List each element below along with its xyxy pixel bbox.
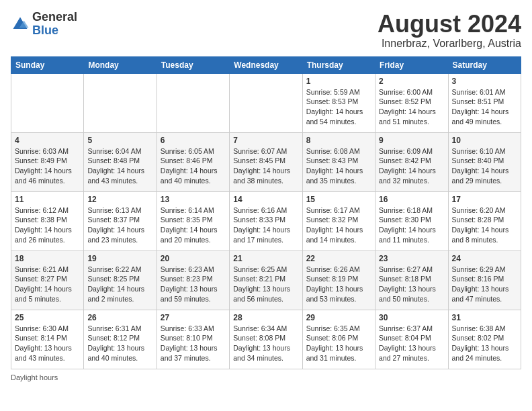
calendar-cell: 20Sunrise: 6:23 AM Sunset: 8:23 PM Dayli…	[157, 250, 229, 310]
calendar-week-row: 18Sunrise: 6:21 AM Sunset: 8:27 PM Dayli…	[11, 250, 521, 310]
calendar-table: SundayMondayTuesdayWednesdayThursdayFrid…	[11, 56, 521, 369]
day-number: 3	[452, 77, 517, 86]
day-number: 25	[15, 313, 80, 322]
calendar-cell: 4Sunrise: 6:03 AM Sunset: 8:49 PM Daylig…	[11, 132, 84, 191]
calendar-cell: 9Sunrise: 6:09 AM Sunset: 8:42 PM Daylig…	[375, 132, 448, 191]
day-number: 7	[233, 136, 298, 145]
calendar-week-row: 25Sunrise: 6:30 AM Sunset: 8:14 PM Dayli…	[11, 310, 521, 369]
day-info: Sunrise: 6:01 AM Sunset: 8:51 PM Dayligh…	[452, 87, 517, 127]
calendar-cell: 26Sunrise: 6:31 AM Sunset: 8:12 PM Dayli…	[84, 310, 157, 369]
day-number: 8	[306, 136, 371, 145]
day-info: Sunrise: 6:13 AM Sunset: 8:37 PM Dayligh…	[87, 205, 152, 245]
calendar-cell: 1Sunrise: 5:59 AM Sunset: 8:53 PM Daylig…	[302, 73, 375, 132]
day-info: Sunrise: 6:34 AM Sunset: 8:08 PM Dayligh…	[233, 324, 298, 363]
day-info: Sunrise: 6:03 AM Sunset: 8:49 PM Dayligh…	[15, 146, 80, 186]
calendar-day-header: Tuesday	[157, 56, 229, 73]
calendar-cell: 2Sunrise: 6:00 AM Sunset: 8:52 PM Daylig…	[375, 73, 448, 132]
day-number: 2	[379, 77, 444, 86]
day-number: 30	[379, 313, 444, 322]
calendar-cell: 5Sunrise: 6:04 AM Sunset: 8:48 PM Daylig…	[84, 132, 157, 191]
calendar-week-row: 11Sunrise: 6:12 AM Sunset: 8:38 PM Dayli…	[11, 191, 521, 250]
header: General Blue August 2024 Innerbraz, Vora…	[11, 11, 521, 50]
calendar-cell	[157, 73, 229, 132]
day-info: Sunrise: 6:05 AM Sunset: 8:46 PM Dayligh…	[161, 146, 226, 186]
calendar-cell	[230, 73, 302, 132]
footer-note: Daylight hours	[11, 373, 521, 381]
day-number: 19	[87, 254, 152, 263]
logo-blue-text: Blue	[32, 24, 58, 37]
day-info: Sunrise: 6:35 AM Sunset: 8:06 PM Dayligh…	[306, 324, 371, 363]
day-info: Sunrise: 6:10 AM Sunset: 8:40 PM Dayligh…	[452, 146, 517, 186]
day-number: 31	[452, 313, 517, 322]
day-info: Sunrise: 6:04 AM Sunset: 8:48 PM Dayligh…	[87, 146, 152, 186]
day-info: Sunrise: 6:38 AM Sunset: 8:02 PM Dayligh…	[452, 324, 517, 363]
day-info: Sunrise: 6:27 AM Sunset: 8:18 PM Dayligh…	[379, 265, 444, 304]
day-info: Sunrise: 6:33 AM Sunset: 8:10 PM Dayligh…	[161, 324, 226, 363]
day-number: 14	[233, 195, 298, 204]
calendar-week-row: 1Sunrise: 5:59 AM Sunset: 8:53 PM Daylig…	[11, 73, 521, 132]
day-number: 13	[161, 195, 226, 204]
calendar-cell: 16Sunrise: 6:18 AM Sunset: 8:30 PM Dayli…	[375, 191, 448, 250]
day-info: Sunrise: 6:08 AM Sunset: 8:43 PM Dayligh…	[306, 146, 371, 186]
calendar-cell: 7Sunrise: 6:07 AM Sunset: 8:45 PM Daylig…	[230, 132, 302, 191]
day-info: Sunrise: 6:31 AM Sunset: 8:12 PM Dayligh…	[87, 324, 152, 363]
day-info: Sunrise: 6:25 AM Sunset: 8:21 PM Dayligh…	[233, 265, 298, 304]
day-info: Sunrise: 6:17 AM Sunset: 8:32 PM Dayligh…	[306, 205, 371, 245]
calendar-cell: 31Sunrise: 6:38 AM Sunset: 8:02 PM Dayli…	[448, 310, 521, 369]
calendar-cell: 24Sunrise: 6:29 AM Sunset: 8:16 PM Dayli…	[448, 250, 521, 310]
day-info: Sunrise: 6:22 AM Sunset: 8:25 PM Dayligh…	[87, 265, 152, 304]
day-number: 4	[15, 136, 80, 145]
calendar-cell: 21Sunrise: 6:25 AM Sunset: 8:21 PM Dayli…	[230, 250, 302, 310]
logo: General Blue	[11, 11, 77, 38]
calendar-cell: 14Sunrise: 6:16 AM Sunset: 8:33 PM Dayli…	[230, 191, 302, 250]
day-number: 17	[452, 195, 517, 204]
calendar-day-header: Monday	[84, 56, 157, 73]
calendar-cell: 19Sunrise: 6:22 AM Sunset: 8:25 PM Dayli…	[84, 250, 157, 310]
day-number: 12	[87, 195, 152, 204]
day-number: 9	[379, 136, 444, 145]
calendar-cell: 18Sunrise: 6:21 AM Sunset: 8:27 PM Dayli…	[11, 250, 84, 310]
calendar-cell: 27Sunrise: 6:33 AM Sunset: 8:10 PM Dayli…	[157, 310, 229, 369]
day-number: 15	[306, 195, 371, 204]
calendar-cell: 28Sunrise: 6:34 AM Sunset: 8:08 PM Dayli…	[230, 310, 302, 369]
day-number: 26	[87, 313, 152, 322]
title-block: August 2024 Innerbraz, Vorarlberg, Austr…	[378, 11, 521, 50]
calendar-cell: 11Sunrise: 6:12 AM Sunset: 8:38 PM Dayli…	[11, 191, 84, 250]
day-number: 1	[306, 77, 371, 86]
month-year: August 2024	[378, 11, 521, 38]
day-number: 16	[379, 195, 444, 204]
calendar-cell: 17Sunrise: 6:20 AM Sunset: 8:28 PM Dayli…	[448, 191, 521, 250]
day-number: 24	[452, 254, 517, 263]
day-info: Sunrise: 6:30 AM Sunset: 8:14 PM Dayligh…	[15, 324, 80, 363]
day-number: 11	[15, 195, 80, 204]
calendar-cell: 12Sunrise: 6:13 AM Sunset: 8:37 PM Dayli…	[84, 191, 157, 250]
day-number: 22	[306, 254, 371, 263]
day-number: 21	[233, 254, 298, 263]
day-number: 5	[87, 136, 152, 145]
calendar-cell: 23Sunrise: 6:27 AM Sunset: 8:18 PM Dayli…	[375, 250, 448, 310]
day-number: 28	[233, 313, 298, 322]
day-info: Sunrise: 6:00 AM Sunset: 8:52 PM Dayligh…	[379, 87, 444, 127]
day-info: Sunrise: 6:14 AM Sunset: 8:35 PM Dayligh…	[161, 205, 226, 245]
day-number: 23	[379, 254, 444, 263]
day-info: Sunrise: 5:59 AM Sunset: 8:53 PM Dayligh…	[306, 87, 371, 127]
day-number: 27	[161, 313, 226, 322]
calendar-header-row: SundayMondayTuesdayWednesdayThursdayFrid…	[11, 56, 521, 73]
day-info: Sunrise: 6:07 AM Sunset: 8:45 PM Dayligh…	[233, 146, 298, 186]
calendar-day-header: Wednesday	[230, 56, 302, 73]
calendar-cell: 30Sunrise: 6:37 AM Sunset: 8:04 PM Dayli…	[375, 310, 448, 369]
day-info: Sunrise: 6:23 AM Sunset: 8:23 PM Dayligh…	[161, 265, 226, 304]
day-number: 29	[306, 313, 371, 322]
day-info: Sunrise: 6:12 AM Sunset: 8:38 PM Dayligh…	[15, 205, 80, 245]
calendar-cell: 25Sunrise: 6:30 AM Sunset: 8:14 PM Dayli…	[11, 310, 84, 369]
calendar-cell: 8Sunrise: 6:08 AM Sunset: 8:43 PM Daylig…	[302, 132, 375, 191]
day-info: Sunrise: 6:29 AM Sunset: 8:16 PM Dayligh…	[452, 265, 517, 304]
day-info: Sunrise: 6:16 AM Sunset: 8:33 PM Dayligh…	[233, 205, 298, 245]
day-info: Sunrise: 6:09 AM Sunset: 8:42 PM Dayligh…	[379, 146, 444, 186]
calendar-cell: 13Sunrise: 6:14 AM Sunset: 8:35 PM Dayli…	[157, 191, 229, 250]
day-info: Sunrise: 6:20 AM Sunset: 8:28 PM Dayligh…	[452, 205, 517, 245]
calendar-cell: 10Sunrise: 6:10 AM Sunset: 8:40 PM Dayli…	[448, 132, 521, 191]
location: Innerbraz, Vorarlberg, Austria	[378, 38, 521, 50]
calendar-cell: 3Sunrise: 6:01 AM Sunset: 8:51 PM Daylig…	[448, 73, 521, 132]
logo-general-text: General	[32, 10, 77, 24]
